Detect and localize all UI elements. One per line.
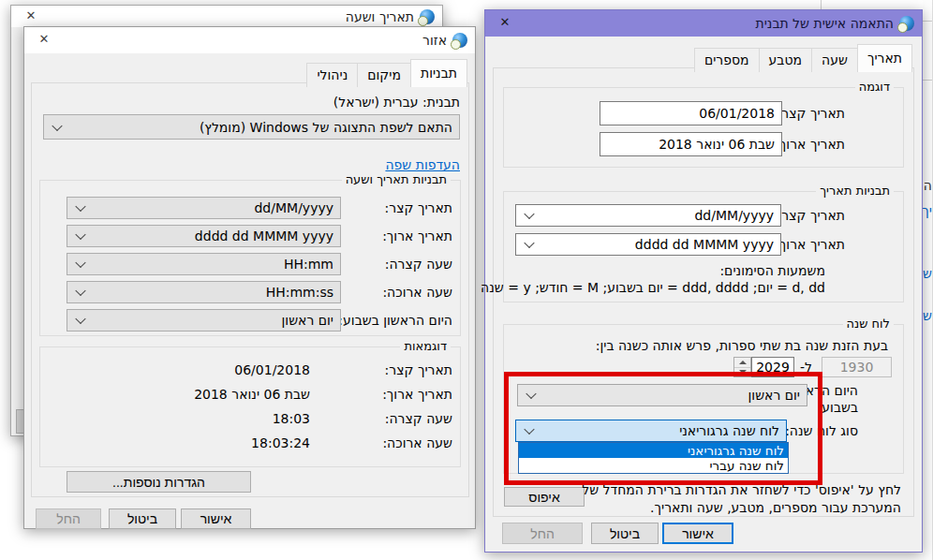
example-group: דוגמה תאריך קצר: 06/01/2018 תאריך ארוך: … [503,87,904,168]
group-title: דוגמאות [400,339,451,353]
dropdown-option-gregorian[interactable]: לוח שנה גרגוריאני [519,443,788,458]
year-to-field[interactable]: 2029 [751,357,794,377]
format-label: תבנית: עברית (ישראל) [333,95,460,110]
divider [922,21,932,22]
combo-value: dd/MM/yyyy [694,208,774,223]
tab-administrative[interactable]: ניהולי [306,63,358,87]
row-label: שעה קצרה: [385,411,452,426]
chevron-down-icon [75,286,85,296]
close-icon[interactable]: ✕ [36,31,52,48]
short-time-combo[interactable]: HH:mm [67,253,341,275]
calendar-type-label: סוג לוח שנה: [785,423,858,438]
field-value: 06/01/2018 [699,106,775,121]
ok-button[interactable]: אישור [181,508,251,529]
year-from-field: 1930 [822,357,892,377]
combo-value: יום ראשון [748,388,801,403]
cancel-button[interactable]: ביטול [109,508,176,529]
year-spinner[interactable] [733,357,751,377]
long-date-format-combo[interactable]: dddd dd MMMM yyyy [515,233,781,256]
customize-format-dialog: התאמה אישית של תבנית ✕ תאריך שעה מטבע מס… [484,9,923,553]
combo-value: dd/MM/yyyy [254,200,333,215]
row-label: תאריך קצר: [385,200,452,215]
group-title: תבניות תאריך ושעה [342,172,451,186]
spin-down[interactable] [734,368,750,377]
apply-button[interactable]: החל [502,523,583,544]
tab-numbers[interactable]: מספרים [694,48,760,72]
to-label: ל- [800,360,812,375]
link-text: העדפות שפה [385,157,460,172]
reset-button[interactable]: איפוס [504,487,585,507]
customize-globe-icon [899,16,914,31]
row-label: היום הראשון בשבוע: [338,313,452,328]
cancel-button[interactable]: ביטול [591,523,659,544]
combo-value: HH:mm [284,257,333,272]
background-window-edge [821,0,822,9]
short-date-example-field[interactable]: 06/01/2018 [600,101,782,125]
format-combo[interactable]: התאם לשפת התצוגה של Windows (מומלץ) [43,114,460,140]
combo-value: dddd dd MMMM yyyy [635,237,774,252]
row-label: שעה ארוכה: [382,285,452,300]
tab-time[interactable]: שעה [811,48,858,72]
dialog-title: אזור [422,33,447,48]
long-date-example-field[interactable]: שבת 06 ינואר 2018 [600,132,782,156]
region-globe-icon [452,33,467,48]
short-date-format-combo[interactable]: dd/MM/yyyy [515,204,781,227]
first-day-combo[interactable]: יום ראשון [67,309,341,332]
row-label: תאריך ארוך: [382,228,452,243]
dropdown-option-hebrew[interactable]: לוח שנה עברי [519,458,788,473]
chevron-down-icon [75,258,85,268]
long-date-combo[interactable]: dddd dd MMMM yyyy [67,225,341,247]
ok-button[interactable]: אישור [662,523,733,544]
field-value: 2029 [756,360,790,375]
short-date-combo[interactable]: dd/MM/yyyy [67,197,341,219]
chevron-down-icon [524,238,534,248]
date-formats-group: תבניות תאריך תאריך קצר: dd/MM/yyyy תאריך… [503,191,904,302]
chevron-down-icon [75,229,85,240]
group-title: תבניות תאריך [816,184,894,198]
arrow-up-icon [739,361,747,364]
date-time-icon [420,9,435,24]
tab-location[interactable]: מיקום [357,63,411,87]
close-icon[interactable]: ✕ [22,7,39,24]
combo-value: יום ראשון [282,313,334,328]
chevron-down-icon [75,201,85,212]
additional-settings-button[interactable]: הגדרות נוספות... [67,471,251,493]
row-value: שבת 06 ינואר 2018 [194,387,310,402]
calendar-group: לוח שנה בעת הזנת שנה בת שתי ספרות, פרש א… [503,324,904,474]
window-title: תאריך ושעה [346,9,414,24]
region-dialog: אזור ✕ תבניות מיקום ניהולי תבנית: עברית … [23,26,476,529]
desktop-stage: ה יך שנ שו תאריך ושעה ✕ אזור ✕ תבניות מי… [0,0,933,560]
tab-date[interactable]: תאריך [857,44,912,72]
row-label: תאריך ארוך: [775,237,845,252]
tab-formats[interactable]: תבניות [410,59,467,87]
reset-description-line2: המערכת עבור מספרים, מטבע, שעה ותאריך. [582,499,901,517]
chevron-down-icon [526,389,536,399]
chevron-down-icon [524,424,534,435]
calendar-type-dropdown: לוח שנה גרגוריאני לוח שנה עברי [518,442,789,474]
region-tabs: תבניות מיקום ניהולי [307,59,467,87]
notation-title: משמעות הסימונים: [719,263,825,278]
chevron-down-icon [52,120,62,130]
row-label: שעה ארוכה: [382,435,452,450]
first-day-combo[interactable]: יום ראשון [517,384,807,406]
field-value: שבת 06 ינואר 2018 [659,137,775,152]
long-time-combo[interactable]: HH:mm:ss [67,281,341,303]
language-preferences-link[interactable]: העדפות שפה [385,157,460,172]
region-titlebar: אזור ✕ [24,27,475,53]
calendar-type-combo[interactable]: לוח שנה גרגוריאני [515,420,787,442]
row-label: תאריך ארוך: [775,137,845,152]
dialog-title: התאמה אישית של תבנית [755,16,894,31]
notation-text: d, dd = יום; ddd, dddd = יום בשבוע; M = … [481,280,825,295]
chevron-down-icon [524,209,534,219]
spin-up[interactable] [734,358,750,368]
group-title: דוגמה [855,80,894,94]
row-value: 06/01/2018 [234,362,310,377]
tab-currency[interactable]: מטבע [759,48,812,72]
row-label: שעה קצרה: [385,257,452,272]
close-icon[interactable]: ✕ [496,14,513,31]
background-text-fragment: ה [922,178,932,193]
apply-button[interactable]: החל [36,508,101,529]
reset-description-line1: לחץ על 'איפוס' כדי לשחזר את הגדרות ברירת… [582,481,901,499]
date-time-titlebar: תאריך ושעה ✕ [11,6,442,27]
row-label: תאריך ארוך: [382,387,452,402]
